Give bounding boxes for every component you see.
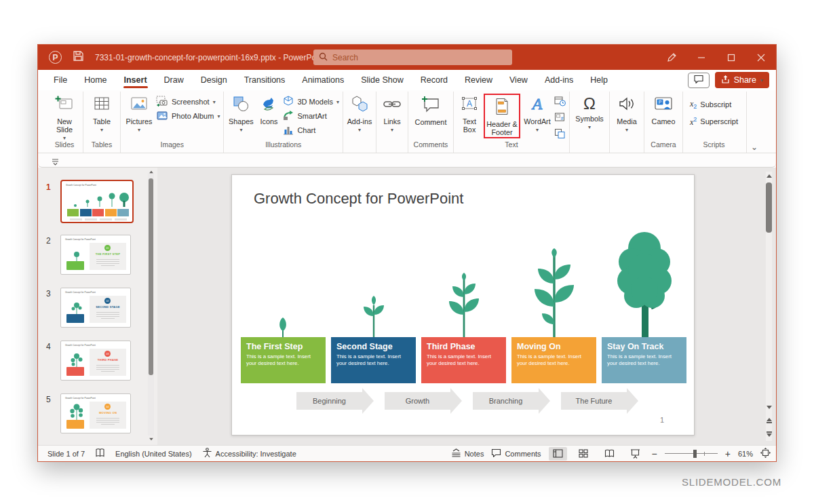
group-label-text: Text: [457, 139, 566, 151]
tab-help[interactable]: Help: [589, 71, 608, 89]
tab-add-ins[interactable]: Add-ins: [544, 71, 574, 89]
zoom-in-button[interactable]: +: [725, 448, 731, 459]
tab-slide-show[interactable]: Slide Show: [360, 71, 404, 89]
search-bar[interactable]: [313, 50, 512, 65]
slide-sorter-view-button[interactable]: [575, 447, 593, 461]
header-footer-button[interactable]: Header & Footer: [486, 96, 518, 136]
pictures-button[interactable]: Pictures ▾: [124, 93, 154, 132]
slide-thumbnail-2[interactable]: Growth Concept for PowerPoint 01 THE FIR…: [60, 235, 131, 275]
table-button[interactable]: Table ▾: [87, 93, 117, 132]
zoom-out-button[interactable]: −: [652, 448, 657, 459]
3d-models-button[interactable]: 3D Models ▾: [283, 96, 339, 108]
language-status[interactable]: English (United States): [115, 450, 192, 458]
timeline-arrow[interactable]: Beginning: [296, 392, 362, 410]
zoom-slider[interactable]: [665, 453, 718, 454]
save-icon[interactable]: [73, 50, 84, 64]
chevron-down-icon: ▾: [213, 100, 216, 104]
share-button[interactable]: Share ▾: [715, 72, 769, 88]
timeline-arrow[interactable]: Growth: [385, 392, 450, 410]
ribbon-collapse-chevron-icon[interactable]: ⌄: [751, 145, 758, 150]
cameo-button[interactable]: P Cameo: [648, 93, 679, 125]
new-slide-icon: [55, 95, 74, 115]
tab-design[interactable]: Design: [200, 71, 228, 89]
wordart-button[interactable]: A WordArt ▾: [522, 93, 552, 132]
zoom-slider-thumb[interactable]: [693, 450, 697, 458]
smartart-button[interactable]: SmartArt: [283, 110, 339, 122]
mini-badge: 04: [104, 404, 111, 410]
stage-box-4[interactable]: Moving On This is a sample text. Insert …: [511, 337, 596, 383]
tab-transitions[interactable]: Transitions: [244, 71, 286, 89]
powerpoint-app-icon: P: [49, 51, 62, 64]
tab-home[interactable]: Home: [83, 71, 107, 89]
tab-insert[interactable]: Insert: [123, 71, 148, 89]
thumbnail-number: 4: [46, 342, 51, 351]
links-button[interactable]: Links ▾: [380, 93, 404, 132]
scrollbar-thumb[interactable]: [766, 182, 772, 233]
notes-button[interactable]: Notes: [451, 448, 484, 459]
slide-title[interactable]: Growth Concept for PowerPoint: [254, 190, 463, 208]
comment-button[interactable]: Comment: [412, 93, 450, 126]
mini-heading: MOVING ON: [90, 411, 126, 414]
spell-check-icon[interactable]: [95, 448, 105, 459]
close-button[interactable]: [746, 45, 776, 70]
new-slide-button[interactable]: New Slide ▾: [50, 93, 79, 140]
timeline-arrow[interactable]: The Future: [561, 392, 627, 410]
notes-icon: [451, 448, 461, 459]
tab-review[interactable]: Review: [464, 71, 493, 89]
symbols-button[interactable]: Ω Symbols ▾: [573, 93, 606, 130]
chart-button[interactable]: Chart: [283, 124, 339, 136]
slideshow-view-button[interactable]: [626, 447, 644, 461]
ribbon-display-options-icon[interactable]: [52, 156, 59, 168]
maximize-button[interactable]: [716, 45, 746, 70]
comments-button[interactable]: Comments: [491, 448, 541, 459]
comment-bubble-icon: [694, 74, 703, 86]
previous-slide-button[interactable]: [764, 416, 773, 425]
stage-box-3[interactable]: Third Phase This is a sample text. Inser…: [421, 337, 506, 383]
scroll-up-button[interactable]: [764, 172, 773, 180]
reading-view-button[interactable]: [600, 447, 619, 461]
slide-editor-area: Growth Concept for PowerPoint: [157, 168, 776, 445]
main-scrollbar[interactable]: [764, 172, 773, 441]
stage-box-5[interactable]: Stay On Track This is a sample text. Ins…: [602, 337, 686, 383]
fit-slide-to-window-button[interactable]: [760, 448, 771, 459]
photo-album-button[interactable]: Photo Album ▾: [156, 110, 220, 122]
timeline-arrow-row: Beginning Growth Branching The Future: [296, 392, 627, 410]
tab-record[interactable]: Record: [420, 71, 448, 89]
text-box-button[interactable]: A Text Box: [457, 93, 482, 134]
tab-animations[interactable]: Animations: [301, 71, 345, 89]
subscript-button[interactable]: x2 Subscript: [690, 98, 738, 111]
slidemodel-watermark: SLIDEMODEL.COM: [682, 476, 781, 488]
normal-view-button[interactable]: [549, 447, 567, 461]
search-input[interactable]: [332, 53, 482, 62]
shapes-icon: [232, 95, 250, 115]
media-button[interactable]: Media ▾: [613, 93, 640, 132]
slide-number-button[interactable]: #: [554, 112, 566, 125]
zoom-level[interactable]: 61%: [738, 450, 753, 458]
ink-pen-icon[interactable]: [657, 45, 686, 70]
screenshot-button[interactable]: Screenshot ▾: [156, 96, 220, 108]
minimize-button[interactable]: [686, 45, 716, 70]
accessibility-status[interactable]: Accessibility: Investigate: [202, 448, 296, 459]
tab-file[interactable]: File: [53, 71, 68, 89]
slide-thumbnail-3[interactable]: Growth Concept for PowerPoint 02 SECOND …: [60, 288, 131, 328]
slide-canvas[interactable]: Growth Concept for PowerPoint: [231, 174, 695, 435]
comments-toggle-button[interactable]: [688, 73, 710, 88]
icons-button[interactable]: Icons: [256, 93, 281, 125]
next-slide-button[interactable]: [764, 430, 773, 438]
tab-draw[interactable]: Draw: [163, 71, 185, 89]
group-label-illustrations: Illustrations: [227, 139, 339, 151]
slide-thumbnail-5[interactable]: Growth Concept for PowerPoint 04 MOVING …: [60, 393, 131, 433]
stage-box-2[interactable]: Second Stage This is a sample text. Inse…: [331, 337, 416, 383]
shapes-button[interactable]: Shapes ▾: [227, 93, 254, 132]
comment-icon: [421, 95, 441, 116]
add-ins-button[interactable]: Add-ins ▾: [347, 93, 372, 132]
tab-view[interactable]: View: [509, 71, 528, 89]
thumbnail-scrollbar[interactable]: [148, 173, 154, 435]
slide-thumbnail-4[interactable]: Growth Concept for PowerPoint 03 THIRD P…: [60, 341, 131, 381]
superscript-button[interactable]: x2 Superscript: [690, 115, 738, 128]
timeline-arrow[interactable]: Branching: [473, 392, 539, 410]
date-time-button[interactable]: [554, 96, 566, 109]
scroll-down-button[interactable]: [764, 403, 773, 411]
stage-box-1[interactable]: The First Step This is a sample text. In…: [241, 337, 326, 383]
slide-thumbnail-1[interactable]: Growth Concept for PowerPoint: [60, 180, 134, 223]
